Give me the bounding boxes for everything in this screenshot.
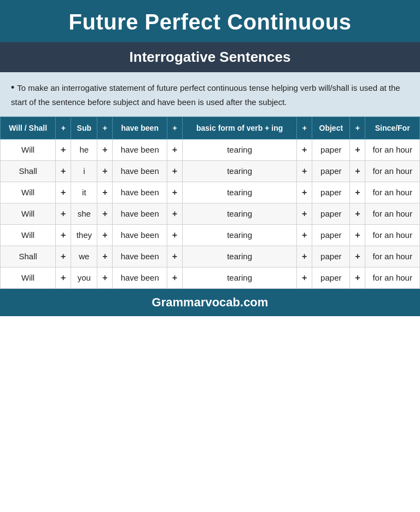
table-cell: she bbox=[71, 203, 97, 224]
table-cell: + bbox=[350, 267, 365, 288]
table-cell: Will bbox=[1, 182, 56, 203]
table-cell: + bbox=[297, 267, 312, 288]
table-cell: have been bbox=[113, 182, 167, 203]
table-cell: have been bbox=[113, 224, 167, 246]
col-will-shall: Will / Shall bbox=[1, 117, 56, 139]
table-cell: Shall bbox=[1, 246, 56, 267]
description: To make an interrogative statement of fu… bbox=[0, 72, 420, 117]
table-cell: + bbox=[167, 267, 182, 288]
table-cell: + bbox=[97, 160, 113, 182]
col-plus-1: + bbox=[56, 117, 71, 139]
table-cell: + bbox=[167, 182, 182, 203]
table-cell: + bbox=[350, 203, 365, 224]
table-cell: paper bbox=[312, 246, 350, 267]
table-cell: tearing bbox=[182, 267, 296, 288]
table-cell: + bbox=[350, 139, 365, 160]
col-basic-form: basic form of verb + ing bbox=[182, 117, 296, 139]
table-cell: + bbox=[56, 160, 71, 182]
table-row: Will+they+have been+tearing+paper+for an… bbox=[1, 224, 420, 246]
table-cell: + bbox=[97, 267, 113, 288]
table-cell: you bbox=[71, 267, 97, 288]
table-cell: Shall bbox=[1, 160, 56, 182]
table-cell: have been bbox=[113, 267, 167, 288]
table-cell: + bbox=[167, 139, 182, 160]
table-cell: + bbox=[350, 246, 365, 267]
table-cell: + bbox=[350, 182, 365, 203]
table-cell: Will bbox=[1, 203, 56, 224]
table-cell: + bbox=[97, 139, 113, 160]
table-cell: tearing bbox=[182, 182, 296, 203]
table-cell: for an hour bbox=[365, 139, 420, 160]
table-cell: + bbox=[297, 203, 312, 224]
table-cell: for an hour bbox=[365, 203, 420, 224]
col-plus-2: + bbox=[97, 117, 113, 139]
table-cell: Will bbox=[1, 267, 56, 288]
table-cell: have been bbox=[113, 246, 167, 267]
table-cell: + bbox=[97, 203, 113, 224]
table-cell: have been bbox=[113, 203, 167, 224]
table-row: Shall+i+have been+tearing+paper+for an h… bbox=[1, 160, 420, 182]
table-cell: + bbox=[297, 224, 312, 246]
col-plus-3: + bbox=[167, 117, 182, 139]
table-cell: + bbox=[350, 160, 365, 182]
table-cell: + bbox=[167, 160, 182, 182]
col-since-for: Since/For bbox=[365, 117, 420, 139]
col-have-been: have been bbox=[113, 117, 167, 139]
table-cell: + bbox=[56, 139, 71, 160]
table-cell: i bbox=[71, 160, 97, 182]
table-cell: + bbox=[350, 224, 365, 246]
table-cell: + bbox=[97, 246, 113, 267]
table-cell: + bbox=[167, 246, 182, 267]
table-cell: they bbox=[71, 224, 97, 246]
col-object: Object bbox=[312, 117, 350, 139]
table-row: Shall+we+have been+tearing+paper+for an … bbox=[1, 246, 420, 267]
table-cell: for an hour bbox=[365, 224, 420, 246]
table-cell: tearing bbox=[182, 139, 296, 160]
table-cell: + bbox=[297, 160, 312, 182]
col-plus-4: + bbox=[297, 117, 312, 139]
footer: Grammarvocab.com bbox=[0, 289, 420, 316]
table-cell: + bbox=[297, 246, 312, 267]
table-cell: + bbox=[297, 139, 312, 160]
table-cell: for an hour bbox=[365, 160, 420, 182]
table-cell: we bbox=[71, 246, 97, 267]
table-cell: paper bbox=[312, 139, 350, 160]
table-cell: paper bbox=[312, 267, 350, 288]
table-cell: tearing bbox=[182, 224, 296, 246]
table-cell: paper bbox=[312, 224, 350, 246]
description-text: To make an interrogative statement of fu… bbox=[11, 80, 409, 109]
table-cell: paper bbox=[312, 203, 350, 224]
table-cell: + bbox=[56, 267, 71, 288]
table-cell: it bbox=[71, 182, 97, 203]
col-sub: Sub bbox=[71, 117, 97, 139]
table-cell: + bbox=[56, 182, 71, 203]
subheader-title: Interrogative Sentences bbox=[11, 49, 409, 66]
col-plus-5: + bbox=[350, 117, 365, 139]
table-row: Will+you+have been+tearing+paper+for an … bbox=[1, 267, 420, 288]
table-cell: paper bbox=[312, 160, 350, 182]
table-cell: Will bbox=[1, 139, 56, 160]
table-cell: Will bbox=[1, 224, 56, 246]
table-cell: + bbox=[167, 224, 182, 246]
table-cell: + bbox=[297, 182, 312, 203]
table-cell: + bbox=[56, 246, 71, 267]
table-row: Will+he+have been+tearing+paper+for an h… bbox=[1, 139, 420, 160]
table-header-row: Will / Shall + Sub + have been + basic f… bbox=[1, 117, 420, 139]
table-cell: + bbox=[56, 203, 71, 224]
table-cell: for an hour bbox=[365, 267, 420, 288]
table-cell: + bbox=[56, 224, 71, 246]
table-cell: paper bbox=[312, 182, 350, 203]
footer-text: Grammarvocab.com bbox=[152, 295, 269, 309]
table-cell: for an hour bbox=[365, 246, 420, 267]
header: Future Perfect Continuous bbox=[0, 0, 420, 42]
table-row: Will+it+have been+tearing+paper+for an h… bbox=[1, 182, 420, 203]
table-cell: he bbox=[71, 139, 97, 160]
table-cell: have been bbox=[113, 139, 167, 160]
table-row: Will+she+have been+tearing+paper+for an … bbox=[1, 203, 420, 224]
table-cell: + bbox=[167, 203, 182, 224]
subheader: Interrogative Sentences bbox=[0, 42, 420, 72]
table-cell: have been bbox=[113, 160, 167, 182]
table-cell: + bbox=[97, 182, 113, 203]
table-cell: + bbox=[97, 224, 113, 246]
conjugation-table: Will / Shall + Sub + have been + basic f… bbox=[0, 117, 420, 289]
